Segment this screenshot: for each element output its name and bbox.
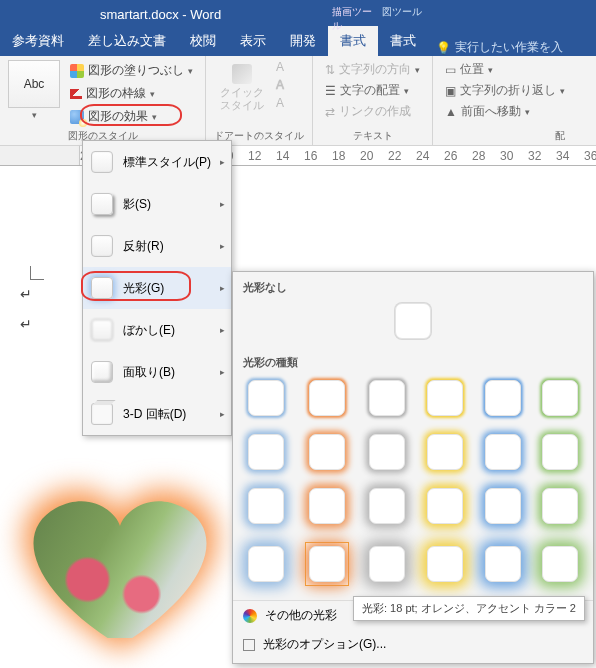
glow-options-label: 光彩のオプション(G)... [263, 636, 386, 653]
glow-swatch-icon [427, 434, 463, 470]
submenu-arrow-icon: ▸ [220, 241, 225, 251]
glow-swatch[interactable] [247, 542, 285, 586]
glow-swatch[interactable] [541, 380, 579, 416]
glow-swatch[interactable] [305, 488, 349, 524]
group-label-arrange: 配 [441, 127, 569, 143]
glow-icon [91, 277, 113, 299]
shape-effects-label: 図形の効果 [88, 108, 148, 125]
position-button[interactable]: ▭位置▾ [441, 60, 569, 79]
glow-swatch[interactable] [305, 542, 349, 586]
ruler-number: 24 [416, 149, 429, 163]
paragraph-mark: ↵ [20, 286, 32, 302]
options-icon [243, 639, 255, 651]
text-align-icon: ☰ [325, 84, 336, 98]
glow-swatch-icon [369, 434, 405, 470]
glow-swatch[interactable] [305, 434, 349, 470]
shape-style-preview[interactable]: Abc [8, 60, 60, 108]
effects-item-bevel[interactable]: 面取り(B)▸ [83, 351, 231, 393]
glow-swatch[interactable] [369, 434, 407, 470]
more-glow-colors-label: その他の光彩 [265, 607, 337, 624]
glow-swatch[interactable] [541, 488, 579, 524]
glow-options-button[interactable]: 光彩のオプション(G)... [233, 630, 593, 659]
tab-references[interactable]: 参考資料 [0, 26, 76, 56]
glow-swatch-icon [485, 380, 521, 416]
preset-icon [91, 151, 113, 173]
glow-swatch-icon [485, 434, 521, 470]
effects-icon [70, 110, 84, 124]
effects-item-3drotation[interactable]: 3-D 回転(D)▸ [83, 393, 231, 435]
glow-swatch[interactable] [484, 542, 522, 586]
bucket-icon [70, 64, 84, 78]
effects-item-reflection[interactable]: 反射(R)▸ [83, 225, 231, 267]
effects-item-shadow[interactable]: 影(S)▸ [83, 183, 231, 225]
glow-swatch-icon [369, 546, 405, 582]
glow-swatch[interactable] [305, 380, 349, 416]
glow-swatch[interactable] [369, 380, 407, 416]
ruler-number: 36 [584, 149, 596, 163]
tab-developer[interactable]: 開発 [278, 26, 328, 56]
shape-outline-button[interactable]: 図形の枠線 ▾ [66, 83, 197, 104]
ruler-number: 20 [360, 149, 373, 163]
glow-swatch[interactable] [426, 380, 464, 416]
text-fill-icon[interactable]: A [276, 60, 284, 74]
tab-mailmerge[interactable]: 差し込み文書 [76, 26, 178, 56]
submenu-arrow-icon: ▸ [220, 283, 225, 293]
glow-none-header: 光彩なし [233, 272, 593, 299]
glow-swatch[interactable] [484, 434, 522, 470]
quick-styles-button[interactable]: クイック スタイル [214, 60, 270, 116]
glow-swatch-icon [309, 488, 345, 524]
context-label-drawing: 描画ツール [332, 5, 378, 33]
effects-item-glow[interactable]: 光彩(G)▸ [83, 267, 231, 309]
glow-swatch[interactable] [247, 380, 285, 416]
ruler-number: 14 [276, 149, 289, 163]
tab-review[interactable]: 校閲 [178, 26, 228, 56]
glow-swatch[interactable] [369, 488, 407, 524]
style-gallery-dropdown-icon[interactable]: ▾ [32, 110, 37, 120]
text-effects-icon[interactable]: A [276, 96, 284, 110]
glow-swatch[interactable] [369, 542, 407, 586]
tab-view[interactable]: 表示 [228, 26, 278, 56]
quick-styles-label: クイック スタイル [220, 86, 264, 112]
wrap-text-button[interactable]: ▣文字列の折り返し▾ [441, 81, 569, 100]
glow-swatch-icon [309, 434, 345, 470]
shape-effects-button[interactable]: 図形の効果 ▾ [66, 106, 197, 127]
glow-swatch[interactable] [541, 542, 579, 586]
shadow-icon [91, 193, 113, 215]
glow-swatch[interactable] [426, 542, 464, 586]
glow-swatch[interactable] [541, 434, 579, 470]
glow-tooltip: 光彩: 18 pt; オレンジ、アクセント カラー 2 [353, 596, 585, 621]
reflection-icon [91, 235, 113, 257]
glow-swatch[interactable] [426, 434, 464, 470]
create-link-button: ⇄リンクの作成 [321, 102, 424, 121]
bring-forward-button[interactable]: ▲前面へ移動▾ [441, 102, 569, 121]
glow-swatch-icon [248, 488, 284, 524]
text-align-button[interactable]: ☰文字の配置▾ [321, 81, 424, 100]
glow-swatch-icon [427, 488, 463, 524]
effects-item-standard[interactable]: 標準スタイル(P)▸ [83, 141, 231, 183]
glow-swatch[interactable] [484, 488, 522, 524]
tab-format-picture[interactable]: 書式 [378, 26, 428, 56]
dropdown-icon: ▾ [188, 66, 193, 76]
glow-swatch[interactable] [247, 434, 285, 470]
text-outline-icon[interactable]: A [276, 78, 284, 92]
tell-me-box[interactable]: 💡 実行したい作業を入 [428, 39, 571, 56]
glow-swatch-icon [542, 488, 578, 524]
bevel-icon [91, 361, 113, 383]
ruler-number: 18 [332, 149, 345, 163]
glow-swatch-icon [427, 380, 463, 416]
heart-picture-shape[interactable] [0, 480, 240, 650]
effects-item-softedges[interactable]: ぼかし(E)▸ [83, 309, 231, 351]
glow-swatch-icon [369, 380, 405, 416]
glow-swatch[interactable] [484, 380, 522, 416]
glow-none-swatch[interactable] [243, 303, 583, 339]
glow-swatch[interactable] [247, 488, 285, 524]
ruler-number: 16 [304, 149, 317, 163]
color-wheel-icon [243, 609, 257, 623]
glow-swatch[interactable] [426, 488, 464, 524]
window-title: smartart.docx - Word [100, 7, 221, 22]
text-direction-icon: ⇅ [325, 63, 335, 77]
glow-swatch-icon [542, 546, 578, 582]
submenu-arrow-icon: ▸ [220, 409, 225, 419]
shape-fill-button[interactable]: 図形の塗りつぶし ▾ [66, 60, 197, 81]
submenu-arrow-icon: ▸ [220, 199, 225, 209]
